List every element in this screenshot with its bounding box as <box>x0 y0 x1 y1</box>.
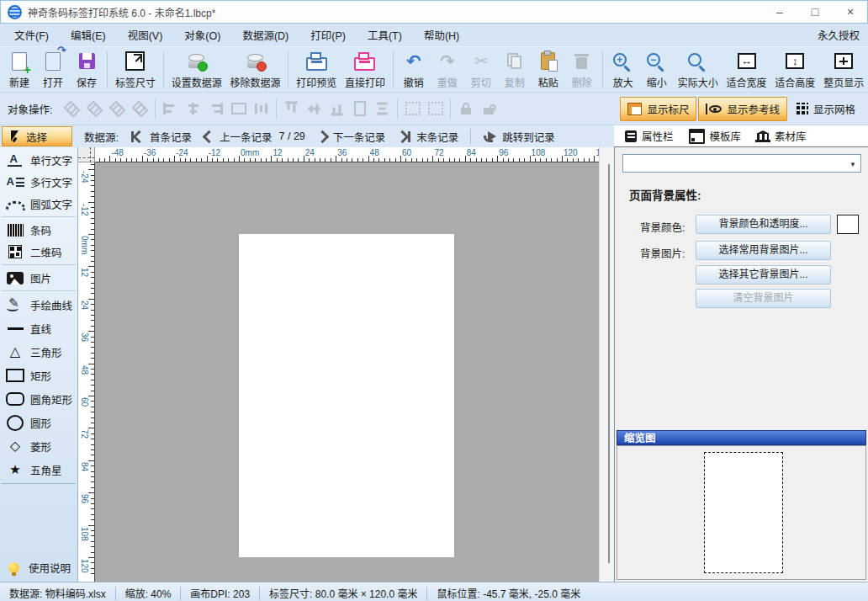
paste-button[interactable]: 粘贴 <box>532 47 565 92</box>
tool-freehand-curve[interactable]: 手绘曲线 <box>2 293 76 316</box>
lock-button[interactable] <box>454 98 477 120</box>
tab-properties[interactable]: 属性栏 <box>617 125 681 146</box>
fit-height-button[interactable]: 适合高度 <box>770 47 819 92</box>
align-left-button[interactable] <box>159 98 182 120</box>
send-to-back-button[interactable] <box>83 98 106 120</box>
bg-image-clear-button[interactable]: 清空背景图片 <box>696 289 831 308</box>
goto-record-button[interactable]: 跳转到记录 <box>484 129 555 145</box>
group-button[interactable] <box>401 98 424 120</box>
bring-forward-button[interactable] <box>106 98 129 120</box>
tool-multi-line-text[interactable]: 多行文字 <box>2 171 76 193</box>
zoom-in-button[interactable]: 放大 <box>606 47 640 92</box>
set-datasource-button[interactable]: 设置数据源 <box>167 47 226 92</box>
ungroup-button[interactable] <box>424 98 447 120</box>
align-center-button[interactable] <box>182 98 204 120</box>
tool-circle[interactable]: 圆形 <box>2 411 76 434</box>
align-right-icon <box>209 103 223 114</box>
tool-barcode[interactable]: 条码 <box>2 219 76 241</box>
tool-qrcode[interactable]: 二维码 <box>2 241 76 263</box>
menu-object[interactable]: 对象(O) <box>173 27 231 43</box>
remove-datasource-button[interactable]: 移除数据源 <box>226 47 285 92</box>
design-canvas[interactable] <box>95 162 599 582</box>
bg-color-button[interactable]: 背景颜色和透明度... <box>696 215 831 234</box>
fit-width-button[interactable]: 适合宽度 <box>722 47 771 92</box>
equal-width-button[interactable] <box>227 98 250 120</box>
tool-single-line-text[interactable]: 单行文字 <box>2 149 76 171</box>
tool-diamond[interactable]: 菱形 <box>2 434 76 458</box>
bg-image-other-button[interactable]: 选择其它背景图片... <box>696 265 831 285</box>
distribute-vertical-button[interactable] <box>371 98 394 120</box>
direct-print-button[interactable]: 直接打印 <box>341 47 389 92</box>
label-page[interactable] <box>239 234 454 557</box>
ruler-vertical[interactable]: -24-120mm1224364860728496108120 <box>78 162 95 582</box>
first-record-button[interactable]: 首条记录 <box>131 129 192 145</box>
menu-help[interactable]: 帮助(H) <box>413 27 470 43</box>
menu-view[interactable]: 视图(V) <box>117 27 174 43</box>
tool-rectangle[interactable]: 矩形 <box>2 364 76 387</box>
unlock-button[interactable] <box>477 98 500 120</box>
tool-sidebar: 单行文字 多行文字 圆弧文字 条码 二维码 图片 <box>0 147 78 582</box>
prev-record-button[interactable]: 上一条记录 <box>204 129 273 145</box>
cut-button[interactable]: ✂ 剪切 <box>464 47 498 92</box>
new-document-icon <box>12 52 27 71</box>
select-tool-button[interactable]: 选择 <box>2 126 72 146</box>
main-area: 单行文字 多行文字 圆弧文字 条码 二维码 图片 <box>0 147 868 582</box>
tool-triangle[interactable]: 三角形 <box>2 340 76 364</box>
actual-size-button[interactable]: 实际大小 <box>674 47 722 92</box>
menu-print[interactable]: 打印(P) <box>299 27 357 43</box>
star-icon <box>9 463 20 476</box>
undo-button[interactable]: ↶ 撤销 <box>397 47 431 92</box>
show-grid-toggle[interactable]: 显示网格 <box>789 97 863 121</box>
tool-line[interactable]: 直线 <box>2 316 76 340</box>
bring-to-front-icon <box>66 103 78 115</box>
equal-height-button[interactable] <box>348 98 371 120</box>
tool-image[interactable]: 图片 <box>2 267 76 289</box>
minimize-button[interactable]: – <box>762 0 797 24</box>
tab-templates[interactable]: 模板库 <box>681 125 749 146</box>
pen-curve-icon <box>7 298 24 311</box>
status-label-size: 标签尺寸: 80.0 毫米 × 120.0 毫米 <box>260 586 426 600</box>
bg-image-common-button[interactable]: 选择常用背景图片... <box>696 241 831 260</box>
trash-icon <box>576 57 587 69</box>
menu-edit[interactable]: 编辑(E) <box>60 27 117 43</box>
scrollbar-thumb[interactable] <box>608 164 610 563</box>
delete-button[interactable]: 删除 <box>565 47 599 92</box>
align-bottom-button[interactable] <box>326 98 348 120</box>
object-selector-dropdown[interactable]: ▼ <box>622 154 861 173</box>
tool-rounded-rectangle[interactable]: 圆角矩形 <box>2 387 76 411</box>
diamond-icon <box>10 439 20 453</box>
tool-star[interactable]: 五角星 <box>2 458 76 481</box>
zoom-out-button[interactable]: 缩小 <box>640 47 674 92</box>
open-button[interactable]: 打开 <box>36 47 70 92</box>
ruler-horizontal[interactable]: -48-36-24-120mm1224364860728496108120132 <box>95 147 599 162</box>
print-preview-button[interactable]: 打印预览 <box>292 47 341 92</box>
distribute-horizontal-button[interactable] <box>250 98 273 120</box>
send-backward-button[interactable] <box>129 98 151 120</box>
maximize-button[interactable]: □ <box>797 0 833 24</box>
next-record-button[interactable]: 下一条记录 <box>318 129 386 145</box>
align-top-button[interactable] <box>280 98 303 120</box>
full-page-button[interactable]: 整页显示 <box>819 47 868 92</box>
redo-button[interactable]: ↷ 重做 <box>431 47 464 92</box>
align-right-button[interactable] <box>204 98 227 120</box>
bring-to-front-button[interactable] <box>61 98 83 120</box>
close-button[interactable]: × <box>833 0 868 24</box>
new-button[interactable]: 新建 <box>3 47 36 92</box>
last-record-button[interactable]: 末条记录 <box>398 129 458 145</box>
show-guides-toggle[interactable]: 显示参考线 <box>698 97 787 121</box>
menu-file[interactable]: 文件(F) <box>3 27 60 43</box>
align-middle-button[interactable] <box>303 98 326 120</box>
tool-arc-text[interactable]: 圆弧文字 <box>2 193 76 215</box>
help-button[interactable]: 使用说明 <box>0 556 77 578</box>
vertical-scrollbar[interactable] <box>599 147 614 582</box>
save-button[interactable]: 保存 <box>70 47 103 92</box>
label-size-button[interactable]: 标签尺寸 <box>111 47 160 92</box>
tab-materials[interactable]: 素材库 <box>749 125 814 146</box>
toolbar-separator <box>397 98 398 119</box>
record-bar: 选择 数据源: 首条记录 上一条记录 7 / 29 下一条记录 末条记录 跳转到… <box>0 125 868 147</box>
object-operations-label: 对象操作: <box>8 101 52 117</box>
copy-button[interactable]: 复制 <box>498 47 532 92</box>
menu-tools[interactable]: 工具(T) <box>357 27 413 43</box>
menu-datasource[interactable]: 数据源(D) <box>231 27 299 43</box>
show-ruler-toggle[interactable]: 显示标尺 <box>620 97 696 121</box>
